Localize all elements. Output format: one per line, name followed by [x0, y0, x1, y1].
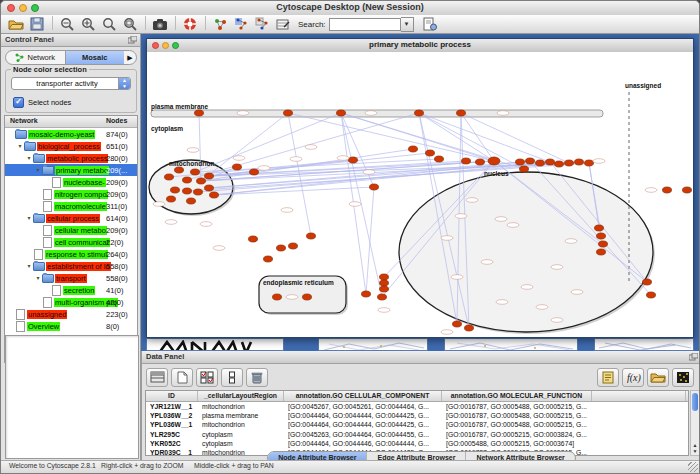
tree-row[interactable]: cellular metabo209(0) [5, 224, 137, 236]
background-view-window[interactable] [318, 338, 428, 351]
graph-node[interactable] [378, 294, 387, 300]
graph-node[interactable] [647, 292, 656, 298]
graph-node[interactable] [465, 325, 474, 331]
graph-node[interactable] [663, 187, 672, 193]
graph-node[interactable] [284, 110, 293, 116]
help-ring-button[interactable] [180, 16, 200, 33]
select-attributes-button[interactable] [196, 368, 218, 387]
graph-node[interactable] [205, 173, 214, 179]
select-nodes-checkbox[interactable]: ✓ [13, 97, 24, 108]
graph-node[interactable] [683, 187, 692, 193]
app-titlebar[interactable]: Cytoscape Desktop (New Session) [1, 1, 699, 16]
expand-triangle-icon[interactable]: ▾ [16, 140, 24, 152]
graph-node[interactable] [476, 159, 485, 165]
tree-row[interactable]: macromolecule311(0) [5, 200, 137, 212]
graph-node[interactable] [426, 150, 435, 156]
snapshot-button[interactable] [150, 16, 170, 33]
tree-row[interactable]: multi-organism pro42(0) [5, 296, 137, 308]
tree-row[interactable]: cell communicat22(0) [5, 236, 137, 248]
search-dropdown-arrow[interactable]: ▼ [401, 17, 414, 32]
expand-triangle-icon[interactable]: ▾ [34, 164, 42, 176]
save-button[interactable] [27, 16, 47, 33]
graph-node[interactable] [233, 164, 242, 170]
delete-attribute-button[interactable] [246, 368, 268, 387]
node-color-dropdown[interactable]: transporter activity ▲▼ [11, 77, 131, 90]
graph-node[interactable] [488, 157, 500, 165]
unselect-attributes-button[interactable] [221, 368, 243, 387]
graph-node[interactable] [453, 321, 462, 327]
graph-node[interactable] [565, 160, 574, 166]
graph-node[interactable] [264, 256, 273, 262]
graph-node[interactable] [191, 169, 200, 175]
graph-node[interactable] [337, 110, 346, 116]
graph-edge[interactable] [214, 187, 374, 195]
expand-triangle-icon[interactable]: ▾ [25, 212, 33, 224]
tree-row[interactable]: secretion41(0) [5, 284, 137, 296]
graph-node[interactable] [435, 156, 444, 162]
graph-node[interactable] [165, 174, 174, 180]
scrollbar-thumb[interactable] [692, 393, 698, 411]
table-row[interactable]: YPL036W__1mitochondrion[GO:0044464, GO:0… [146, 420, 688, 429]
graph-node[interactable] [210, 192, 219, 198]
graph-node[interactable] [575, 159, 584, 165]
graph-node[interactable] [205, 185, 214, 191]
float-panel-icon[interactable] [689, 353, 698, 361]
graph-node[interactable] [597, 233, 606, 239]
open-button[interactable] [6, 16, 26, 33]
expand-triangle-icon[interactable]: ▾ [25, 260, 33, 272]
table-scrollbar[interactable]: ▲▼ [690, 390, 700, 456]
graph-node[interactable] [546, 159, 555, 165]
graph-node[interactable] [197, 178, 206, 184]
attribute-matrix-button[interactable] [672, 368, 694, 387]
graph-node[interactable] [183, 188, 192, 194]
graph-node[interactable] [307, 233, 316, 239]
graph-node[interactable] [555, 161, 564, 167]
network-canvas[interactable]: plasma membranecytoplasmmitochondrionnuc… [147, 52, 693, 337]
graph-edge[interactable] [341, 113, 382, 297]
table-row[interactable]: YLR295Ccytoplasm[GO:0045263, GO:0044464,… [146, 430, 688, 439]
graph-node[interactable] [516, 159, 525, 165]
new-network-button[interactable] [210, 16, 230, 33]
column-header[interactable]: ID [146, 391, 198, 401]
graph-node[interactable] [194, 189, 203, 195]
network-view-titlebar[interactable]: primary metabolic process [147, 39, 693, 53]
graph-node[interactable] [526, 158, 535, 164]
tab-overflow-arrow[interactable]: ▶ [124, 54, 136, 62]
background-view-window[interactable] [594, 338, 694, 351]
graph-node[interactable] [183, 177, 192, 183]
resize-grip[interactable] [688, 462, 698, 472]
search-input[interactable] [329, 18, 401, 31]
import-attributes-button[interactable] [420, 16, 440, 33]
column-header[interactable]: _cellularLayoutRegion [198, 391, 284, 401]
graph-node[interactable] [303, 294, 312, 300]
tree-row[interactable]: ▾biological_process651(0) [5, 140, 137, 152]
graph-edge[interactable] [366, 187, 374, 294]
graph-node[interactable] [187, 198, 196, 204]
table-row[interactable]: YKR052Ccytoplasm[GO:0044464, GO:0044446,… [146, 439, 688, 448]
graph-node[interactable] [409, 146, 418, 152]
tree-row[interactable]: ▾cellular process614(0) [5, 212, 137, 224]
column-header[interactable] [592, 391, 686, 401]
new-attribute-button[interactable] [171, 368, 193, 387]
graph-node[interactable] [277, 245, 286, 251]
graph-node[interactable] [362, 291, 371, 297]
nucleus-region[interactable] [399, 172, 653, 332]
graph-node[interactable] [380, 280, 389, 286]
graph-edge[interactable] [288, 113, 494, 161]
table-row[interactable]: YJR121W__1mitochondrion[GO:0045267, GO:0… [146, 402, 688, 411]
background-view-window[interactable] [444, 338, 578, 351]
graph-node[interactable] [195, 110, 204, 116]
tree-row[interactable]: nucleobase-209(0) [5, 176, 137, 188]
network-view-a-button[interactable] [231, 16, 251, 33]
attribute-notes-button[interactable] [597, 368, 619, 387]
graph-node[interactable] [415, 110, 424, 116]
expand-triangle-icon[interactable]: ▾ [34, 272, 42, 284]
annotation-grid-button[interactable] [273, 16, 293, 33]
graph-node[interactable] [250, 169, 259, 175]
graph-node[interactable] [171, 187, 180, 193]
network-graph[interactable]: plasma membranecytoplasmmitochondrionnuc… [147, 52, 693, 337]
graph-node[interactable] [643, 279, 652, 285]
graph-node[interactable] [167, 196, 176, 202]
table-row[interactable]: YPL036W__2plasma membrane[GO:0044464, GO… [146, 411, 688, 420]
column-header[interactable]: annotation.GO MOLECULAR_FUNCTION [442, 391, 592, 401]
